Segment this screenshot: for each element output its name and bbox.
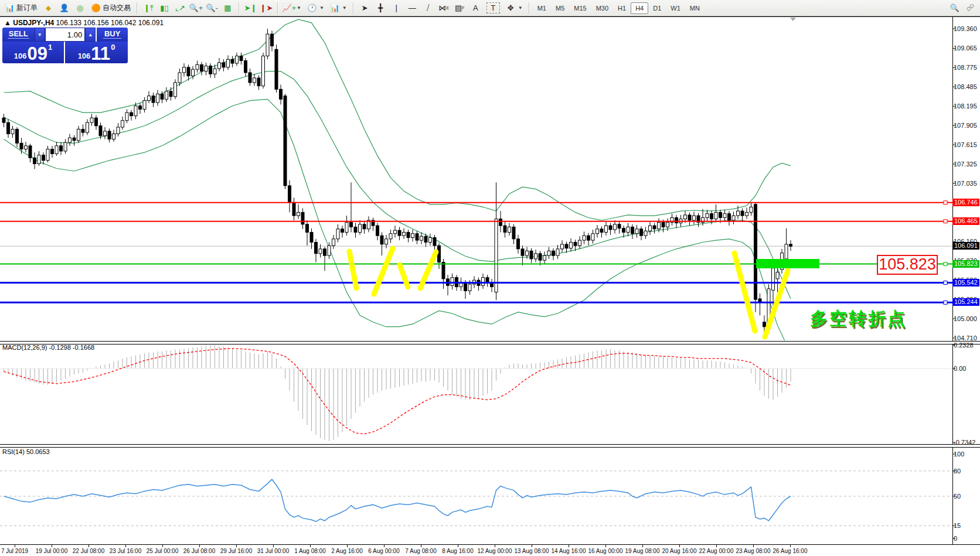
chat-button[interactable]: 🗪 [962,1,978,15]
toolbar-separator [529,2,530,14]
panel-splitter[interactable] [0,444,980,448]
auto-scroll-button[interactable]: ➤❙ [243,1,258,15]
bear-candle [306,224,309,233]
bull-candle [583,236,586,240]
time-tick-label: 31 Jul 00:00 [257,548,290,554]
trendline-tool-button[interactable]: ⧸ [420,1,436,15]
volume-decrease-button[interactable]: ▼ [35,28,45,42]
market-watch-button[interactable]: ◎ [72,1,88,15]
cursor-tool-button[interactable]: ➤ [357,1,373,15]
chart-shift-button[interactable]: ❙➤ [258,1,274,15]
yellow-marker-stroke[interactable] [734,253,755,331]
bull-candle [77,129,80,140]
yellow-marker-stroke[interactable] [374,248,393,294]
new-order-button[interactable]: 📊️ 新订单 [2,1,40,15]
sell-button[interactable]: SELL [2,28,35,42]
macd-panel [0,345,952,441]
rsi-tick-label: 80 [954,468,961,475]
history-center-button[interactable]: ⬥ [40,1,56,15]
bull-candle [143,101,146,110]
line-handle[interactable] [944,220,947,223]
bear-candle [292,202,295,216]
yellow-marker-stroke[interactable] [400,265,408,287]
bear-candle [271,34,274,46]
buy-price[interactable]: 106110 [65,42,128,63]
line-handle[interactable] [944,301,947,304]
bull-candle [785,244,788,259]
bull-candle [666,222,669,227]
green-highlight-rectangle[interactable] [756,259,819,268]
timeframe-button-w1[interactable]: W1 [666,2,685,14]
volume-increase-button[interactable]: ▲ [85,28,96,42]
text-tool-button[interactable]: A [468,1,484,15]
bull-candle [385,239,388,244]
bear-candle [653,226,656,229]
line-handle[interactable] [944,201,947,204]
chart-shift-marker[interactable] [790,18,796,21]
bear-candle [517,239,520,249]
time-tick [236,545,237,547]
profile-button[interactable]: 👤 [56,1,72,15]
bear-candle [380,236,383,244]
panel-splitter[interactable] [0,341,980,344]
bar-chart-icon: ❙⤒ [144,3,154,13]
bear-candle [407,232,410,237]
timeframe-button-m5[interactable]: M5 [551,2,569,14]
buy-button[interactable]: BUY [97,28,128,42]
bull-candle [86,122,89,132]
channel-tool-button[interactable]: ⋈E [436,1,452,15]
line-chart-button[interactable]: ⌞↗ [172,1,188,15]
line-handle[interactable] [944,262,947,266]
timeframe-button-mn[interactable]: MN [685,2,705,14]
indicators-menu-button[interactable]: 📈+▼ [281,1,304,15]
timeframe-button-m1[interactable]: M1 [533,2,551,14]
line-handle[interactable] [944,281,947,285]
bull-candle [535,254,537,259]
crosshair-icon: ╋ [376,3,386,13]
volume-input[interactable]: 1.00 [45,28,85,42]
periods-menu-button[interactable]: 🕐▼ [304,1,327,15]
rsi-axis[interactable]: 1008050150 [954,0,980,545]
time-tick [532,545,532,547]
price-chart-canvas[interactable] [0,0,980,556]
bar-chart-button[interactable]: ❙⤒ [141,1,156,15]
templates-menu-button[interactable]: 📊▼ [327,1,350,15]
bear-candle [763,322,766,327]
search-button[interactable]: 🔍 [947,1,962,15]
bear-candle [398,230,401,236]
bull-candle [55,146,58,154]
candlestick-button[interactable]: ▮▯ [156,1,172,15]
time-tick-label: 20 Aug 16:00 [662,548,697,554]
shapes-menu-button[interactable]: ✥▼ [503,1,526,15]
bull-candle [693,216,696,220]
bull-candle [508,227,511,232]
timeframe-button-d1[interactable]: D1 [648,2,666,14]
equidistant-channel-icon: ⋈E [439,3,449,13]
bear-candle [675,217,678,223]
turning-point-annotation[interactable]: 多空转折点 [810,307,907,331]
zoom-in-button[interactable]: 🔍+ [188,1,204,15]
price-annotation-label[interactable]: 105.823 [877,255,938,275]
crosshair-tool-button[interactable]: ╋ [373,1,389,15]
horizontal-line-tool-button[interactable]: ― [404,1,420,15]
text-label-tool-button[interactable]: T [484,1,503,15]
bear-candle [240,56,243,61]
bear-candle [16,129,19,143]
fibonacci-tool-button[interactable]: ▤F [452,1,468,15]
bear-candle [609,226,612,230]
time-tick [753,545,754,547]
timeframe-button-m15[interactable]: M15 [569,2,591,14]
time-axis[interactable]: 7 Jul 201919 Jul 00:0022 Jul 08:0023 Jul… [0,544,980,556]
zoom-out-button[interactable]: 🔍- [204,1,220,15]
bear-candle [231,59,234,63]
timeframe-button-h1[interactable]: H1 [613,2,631,14]
tile-windows-button[interactable]: ▦ [220,1,236,15]
vertical-line-tool-button[interactable]: ❘ [389,1,404,15]
timeframe-button-m30[interactable]: M30 [591,2,613,14]
timeframe-button-h4[interactable]: H4 [631,2,648,14]
bear-candle [280,89,283,99]
candlestick-icon: ▮▯ [159,3,169,13]
autotrading-button[interactable]: 🟠 自动交易 [88,1,134,15]
sell-price[interactable]: 106091 [2,42,64,63]
time-tick-label: 23 Jul 16:00 [110,548,142,554]
